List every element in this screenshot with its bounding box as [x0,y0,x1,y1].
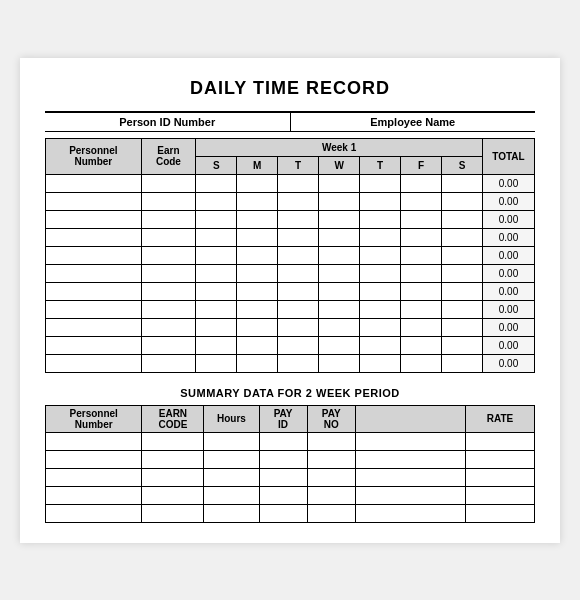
summary-cell [355,504,465,522]
day-cell [360,246,401,264]
summary-cell [142,468,204,486]
day-cell [196,318,237,336]
sum-col-payid: PAYID [259,405,307,432]
day-cell [401,336,442,354]
day-cell [401,192,442,210]
day-cell [442,300,483,318]
day-cell [360,192,401,210]
person-id-label: Person ID Number [45,113,291,131]
day-cell [237,210,278,228]
day-cell [442,354,483,372]
summary-cell [466,450,535,468]
day-cell [401,354,442,372]
summary-cell [204,450,259,468]
summary-cell [466,432,535,450]
employee-name-label: Employee Name [291,113,536,131]
summary-cell [46,450,142,468]
day-cell [196,246,237,264]
total-cell: 0.00 [483,246,535,264]
day-cell [319,354,360,372]
sum-col-earn: EARNCODE [142,405,204,432]
total-cell: 0.00 [483,228,535,246]
day-cell [442,336,483,354]
day-w: W [319,156,360,174]
day-m: M [237,156,278,174]
summary-title: SUMMARY DATA FOR 2 WEEK PERIOD [45,387,535,399]
sum-col-blank [355,405,465,432]
day-cell [237,318,278,336]
day-cell [319,192,360,210]
day-cell [278,174,319,192]
summary-cell [307,432,355,450]
day-cell [442,282,483,300]
day-cell [196,264,237,282]
day-cell [237,282,278,300]
day-cell [278,300,319,318]
summary-cell [355,432,465,450]
day-cell [278,354,319,372]
total-cell: 0.00 [483,210,535,228]
page-title: DAILY TIME RECORD [45,78,535,99]
day-cell [442,192,483,210]
day-cell [237,228,278,246]
day-cell [442,174,483,192]
day-cell [360,264,401,282]
day-cell [319,282,360,300]
summary-cell [142,486,204,504]
week-label: Week 1 [196,138,483,156]
day-cell [360,174,401,192]
col-earn-header: EarnCode [141,138,196,174]
week-table: PersonnelNumber EarnCode Week 1 TOTAL S … [45,138,535,373]
day-cell [401,264,442,282]
day-cell [196,228,237,246]
day-cell [442,210,483,228]
summary-cell [307,450,355,468]
summary-cell [46,504,142,522]
day-cell [442,246,483,264]
day-cell [196,300,237,318]
page: DAILY TIME RECORD Person ID Number Emplo… [20,58,560,543]
day-cell [319,174,360,192]
day-cell [196,174,237,192]
day-cell [278,228,319,246]
summary-cell [259,486,307,504]
total-cell: 0.00 [483,336,535,354]
summary-cell [466,504,535,522]
day-cell [237,246,278,264]
summary-cell [46,432,142,450]
day-cell [278,192,319,210]
day-cell [360,228,401,246]
day-cell [319,228,360,246]
day-cell [278,282,319,300]
summary-cell [307,486,355,504]
day-cell [278,246,319,264]
summary-cell [355,450,465,468]
day-cell [319,264,360,282]
total-cell: 0.00 [483,300,535,318]
day-cell [401,174,442,192]
total-cell: 0.00 [483,264,535,282]
day-cell [401,300,442,318]
summary-cell [259,432,307,450]
total-cell: 0.00 [483,354,535,372]
total-cell: 0.00 [483,282,535,300]
summary-cell [204,486,259,504]
day-f: F [401,156,442,174]
sum-col-payno: PAYNO [307,405,355,432]
summary-cell [204,432,259,450]
day-cell [401,282,442,300]
summary-cell [466,468,535,486]
total-cell: 0.00 [483,192,535,210]
day-cell [196,210,237,228]
day-cell [196,336,237,354]
day-cell [278,336,319,354]
day-cell [196,192,237,210]
day-cell [442,318,483,336]
summary-cell [259,468,307,486]
day-cell [319,246,360,264]
sum-col-hours: Hours [204,405,259,432]
day-cell [237,174,278,192]
day-cell [237,192,278,210]
total-cell: 0.00 [483,174,535,192]
day-cell [360,336,401,354]
